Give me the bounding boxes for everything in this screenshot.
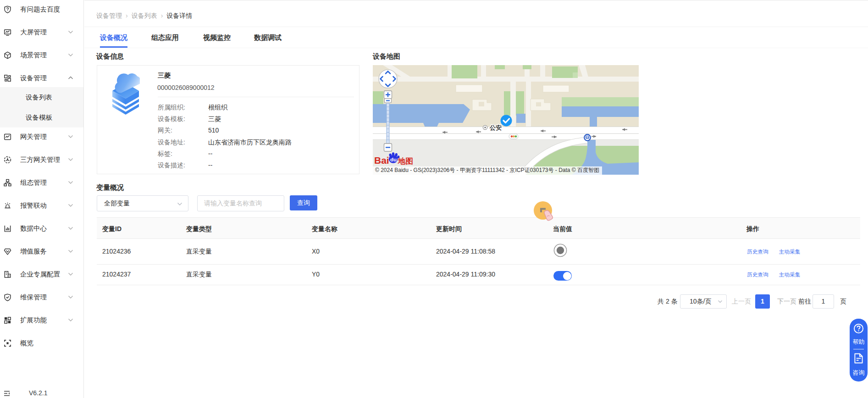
svg-text:© 2024 Baidu - GS(2023)3206号 -: © 2024 Baidu - GS(2023)3206号 - 甲测资字11111… [375,167,599,173]
svg-text:Bai: Bai [374,155,389,166]
svg-text:地图: 地图 [398,157,413,165]
svg-text:公安: 公安 [489,124,502,131]
svg-text:du: du [390,157,397,162]
